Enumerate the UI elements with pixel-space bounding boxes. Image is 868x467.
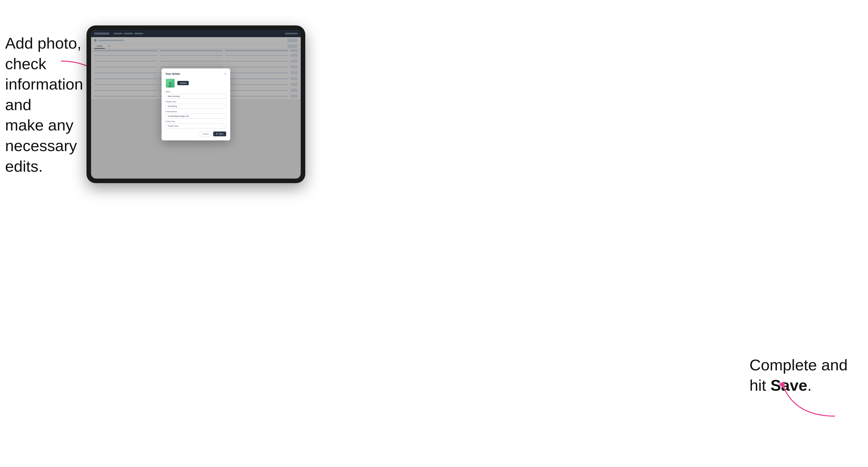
modal-footer: Cancel ⬆ Save	[165, 131, 226, 136]
photo-area: Upload	[165, 79, 226, 88]
email-input[interactable]	[165, 114, 226, 119]
school-year-field-group: School Year × ⌄	[165, 121, 226, 128]
name-field-group: Name	[165, 91, 226, 99]
svg-point-2	[169, 82, 171, 84]
upload-button[interactable]: Upload	[177, 81, 189, 85]
email-field-group: Email address	[165, 111, 226, 119]
display-name-input[interactable]	[165, 104, 226, 108]
name-label: Name	[165, 91, 226, 93]
tablet-device: ACTIVE Tab 2	[87, 25, 305, 183]
user-details-modal: User details × Upload Name	[161, 68, 230, 141]
select-clear-icon[interactable]: ×	[221, 125, 222, 127]
modal-title: User details	[165, 72, 180, 75]
save-button[interactable]: ⬆ Save	[213, 131, 226, 136]
tablet-screen: ACTIVE Tab 2	[91, 30, 301, 179]
modal-header: User details ×	[165, 72, 226, 75]
school-year-label: School Year	[165, 121, 226, 122]
school-year-input[interactable]	[165, 124, 226, 128]
cancel-button[interactable]: Cancel	[200, 131, 212, 136]
chevron-down-icon[interactable]: ⌄	[223, 125, 225, 127]
close-icon[interactable]: ×	[224, 72, 226, 75]
display-name-field-group: Display name	[165, 101, 226, 108]
save-button-label: Save	[219, 133, 223, 135]
svg-point-3	[168, 85, 172, 88]
avatar-figure	[168, 82, 173, 88]
display-name-label: Display name	[165, 101, 226, 102]
school-year-wrapper: × ⌄	[165, 123, 226, 128]
email-label: Email address	[165, 111, 226, 113]
select-icons: × ⌄	[221, 125, 225, 127]
save-icon: ⬆	[216, 133, 218, 135]
annotation-right: Complete and hit Save.	[749, 355, 848, 396]
annotation-left: Add photo, check information and make an…	[5, 33, 87, 177]
avatar-thumbnail	[165, 79, 175, 88]
modal-overlay: User details × Upload Name	[91, 30, 301, 179]
name-input[interactable]	[165, 94, 226, 99]
